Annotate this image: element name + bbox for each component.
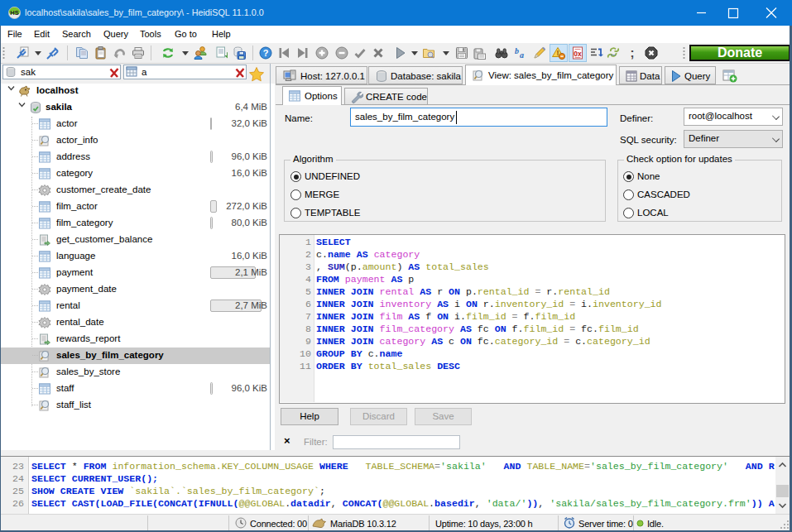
svg-text:0x: 0x bbox=[574, 50, 582, 58]
svg-text:b: b bbox=[515, 46, 519, 55]
svg-text:;: ; bbox=[631, 46, 635, 60]
svg-text:HS: HS bbox=[10, 9, 18, 17]
svg-text:?: ? bbox=[263, 48, 269, 58]
svg-text:a: a bbox=[520, 50, 524, 60]
svg-text:...: ... bbox=[611, 50, 616, 56]
